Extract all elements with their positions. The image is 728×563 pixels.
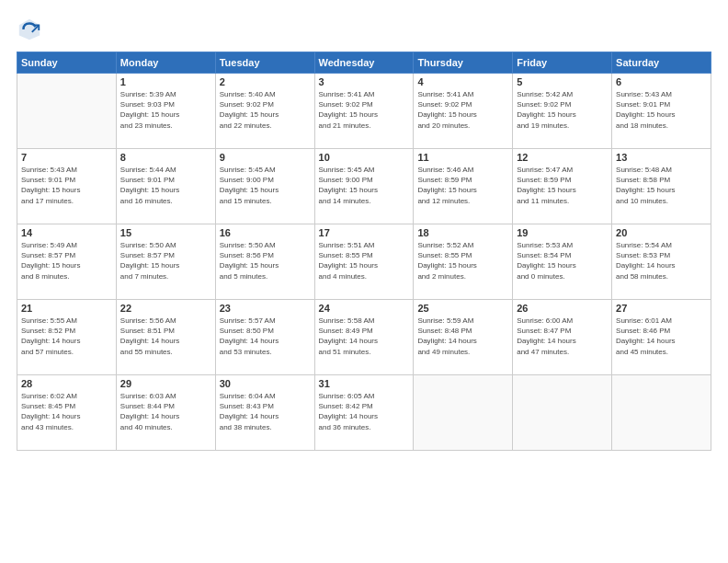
day-info: Sunrise: 5:39 AMSunset: 9:03 PMDaylight:… xyxy=(120,89,211,131)
day-number: 18 xyxy=(417,227,508,238)
calendar-cell: 25Sunrise: 5:59 AMSunset: 8:48 PMDayligh… xyxy=(414,300,513,375)
calendar-week-row: 21Sunrise: 5:55 AMSunset: 8:52 PMDayligh… xyxy=(17,300,711,375)
day-info: Sunrise: 6:05 AMSunset: 8:42 PMDaylight:… xyxy=(319,391,410,432)
calendar-cell: 12Sunrise: 5:47 AMSunset: 8:59 PMDayligh… xyxy=(513,149,612,224)
day-number: 7 xyxy=(21,152,112,163)
calendar-cell: 28Sunrise: 6:02 AMSunset: 8:45 PMDayligh… xyxy=(17,375,117,451)
day-info: Sunrise: 5:54 AMSunset: 8:53 PMDaylight:… xyxy=(616,240,707,282)
calendar-cell: 18Sunrise: 5:52 AMSunset: 8:55 PMDayligh… xyxy=(414,224,513,300)
calendar-cell: 19Sunrise: 5:53 AMSunset: 8:54 PMDayligh… xyxy=(513,224,612,300)
day-number: 5 xyxy=(517,76,608,87)
calendar-cell xyxy=(414,375,513,451)
calendar-cell: 23Sunrise: 5:57 AMSunset: 8:50 PMDayligh… xyxy=(215,300,314,375)
day-info: Sunrise: 5:40 AMSunset: 9:02 PMDaylight:… xyxy=(220,89,311,131)
day-info: Sunrise: 6:03 AMSunset: 8:44 PMDaylight:… xyxy=(120,391,211,432)
calendar-day-header: Tuesday xyxy=(215,52,314,74)
day-info: Sunrise: 5:42 AMSunset: 9:02 PMDaylight:… xyxy=(517,89,608,131)
calendar-cell: 27Sunrise: 6:01 AMSunset: 8:46 PMDayligh… xyxy=(612,300,711,375)
day-number: 22 xyxy=(120,303,211,314)
day-number: 2 xyxy=(220,76,311,87)
page: SundayMondayTuesdayWednesdayThursdayFrid… xyxy=(0,0,728,563)
calendar-cell: 20Sunrise: 5:54 AMSunset: 8:53 PMDayligh… xyxy=(612,224,711,300)
day-info: Sunrise: 5:58 AMSunset: 8:49 PMDaylight:… xyxy=(319,316,410,357)
day-info: Sunrise: 5:47 AMSunset: 8:59 PMDaylight:… xyxy=(517,165,608,206)
calendar-cell: 26Sunrise: 6:00 AMSunset: 8:47 PMDayligh… xyxy=(513,300,612,375)
calendar-cell xyxy=(612,375,711,451)
day-info: Sunrise: 5:50 AMSunset: 8:57 PMDaylight:… xyxy=(120,240,211,282)
day-number: 20 xyxy=(616,227,707,238)
day-number: 21 xyxy=(21,303,112,314)
calendar-cell: 17Sunrise: 5:51 AMSunset: 8:55 PMDayligh… xyxy=(314,224,414,300)
day-info: Sunrise: 5:41 AMSunset: 9:02 PMDaylight:… xyxy=(319,89,410,131)
calendar-cell: 2Sunrise: 5:40 AMSunset: 9:02 PMDaylight… xyxy=(215,74,314,149)
calendar-cell: 5Sunrise: 5:42 AMSunset: 9:02 PMDaylight… xyxy=(513,74,612,149)
calendar-cell: 3Sunrise: 5:41 AMSunset: 9:02 PMDaylight… xyxy=(314,74,414,149)
calendar-cell xyxy=(513,375,612,451)
header xyxy=(17,17,711,42)
calendar-cell: 6Sunrise: 5:43 AMSunset: 9:01 PMDaylight… xyxy=(612,74,711,149)
day-info: Sunrise: 5:55 AMSunset: 8:52 PMDaylight:… xyxy=(21,316,112,357)
calendar-cell: 10Sunrise: 5:45 AMSunset: 9:00 PMDayligh… xyxy=(314,149,414,224)
day-number: 27 xyxy=(616,303,707,314)
day-number: 12 xyxy=(517,152,608,163)
day-info: Sunrise: 6:04 AMSunset: 8:43 PMDaylight:… xyxy=(220,391,311,432)
logo xyxy=(17,17,46,42)
calendar-cell xyxy=(17,74,117,149)
day-info: Sunrise: 5:50 AMSunset: 8:56 PMDaylight:… xyxy=(220,240,311,282)
day-info: Sunrise: 6:02 AMSunset: 8:45 PMDaylight:… xyxy=(21,391,112,432)
calendar-cell: 4Sunrise: 5:41 AMSunset: 9:02 PMDaylight… xyxy=(414,74,513,149)
day-number: 13 xyxy=(616,152,707,163)
day-info: Sunrise: 5:41 AMSunset: 9:02 PMDaylight:… xyxy=(417,89,508,131)
calendar-cell: 16Sunrise: 5:50 AMSunset: 8:56 PMDayligh… xyxy=(215,224,314,300)
day-number: 23 xyxy=(220,303,311,314)
calendar-cell: 13Sunrise: 5:48 AMSunset: 8:58 PMDayligh… xyxy=(612,149,711,224)
day-number: 10 xyxy=(319,152,410,163)
day-info: Sunrise: 5:45 AMSunset: 9:00 PMDaylight:… xyxy=(220,165,311,206)
day-info: Sunrise: 5:43 AMSunset: 9:01 PMDaylight:… xyxy=(21,165,112,206)
calendar-cell: 11Sunrise: 5:46 AMSunset: 8:59 PMDayligh… xyxy=(414,149,513,224)
calendar-table: SundayMondayTuesdayWednesdayThursdayFrid… xyxy=(17,52,711,451)
day-number: 15 xyxy=(120,227,211,238)
day-info: Sunrise: 5:51 AMSunset: 8:55 PMDaylight:… xyxy=(319,240,410,282)
day-info: Sunrise: 5:46 AMSunset: 8:59 PMDaylight:… xyxy=(417,165,508,206)
day-number: 30 xyxy=(220,378,311,389)
calendar-day-header: Saturday xyxy=(612,52,711,74)
calendar-cell: 8Sunrise: 5:44 AMSunset: 9:01 PMDaylight… xyxy=(116,149,215,224)
day-info: Sunrise: 5:48 AMSunset: 8:58 PMDaylight:… xyxy=(616,165,707,206)
calendar-day-header: Sunday xyxy=(17,52,117,74)
day-info: Sunrise: 5:45 AMSunset: 9:00 PMDaylight:… xyxy=(319,165,410,206)
day-number: 8 xyxy=(120,152,211,163)
day-info: Sunrise: 5:53 AMSunset: 8:54 PMDaylight:… xyxy=(517,240,608,282)
day-info: Sunrise: 5:57 AMSunset: 8:50 PMDaylight:… xyxy=(220,316,311,357)
day-number: 1 xyxy=(120,76,211,87)
calendar-cell: 24Sunrise: 5:58 AMSunset: 8:49 PMDayligh… xyxy=(314,300,414,375)
calendar-day-header: Thursday xyxy=(414,52,513,74)
calendar-week-row: 7Sunrise: 5:43 AMSunset: 9:01 PMDaylight… xyxy=(17,149,711,224)
calendar-cell: 15Sunrise: 5:50 AMSunset: 8:57 PMDayligh… xyxy=(116,224,215,300)
day-number: 9 xyxy=(220,152,311,163)
calendar-cell: 22Sunrise: 5:56 AMSunset: 8:51 PMDayligh… xyxy=(116,300,215,375)
calendar-cell: 21Sunrise: 5:55 AMSunset: 8:52 PMDayligh… xyxy=(17,300,117,375)
calendar-cell: 7Sunrise: 5:43 AMSunset: 9:01 PMDaylight… xyxy=(17,149,117,224)
calendar-day-header: Monday xyxy=(116,52,215,74)
calendar-cell: 29Sunrise: 6:03 AMSunset: 8:44 PMDayligh… xyxy=(116,375,215,451)
calendar-header-row: SundayMondayTuesdayWednesdayThursdayFrid… xyxy=(17,52,711,74)
day-info: Sunrise: 5:56 AMSunset: 8:51 PMDaylight:… xyxy=(120,316,211,357)
calendar-cell: 9Sunrise: 5:45 AMSunset: 9:00 PMDaylight… xyxy=(215,149,314,224)
day-number: 24 xyxy=(319,303,410,314)
day-info: Sunrise: 5:44 AMSunset: 9:01 PMDaylight:… xyxy=(120,165,211,206)
day-number: 17 xyxy=(319,227,410,238)
calendar-cell: 30Sunrise: 6:04 AMSunset: 8:43 PMDayligh… xyxy=(215,375,314,451)
day-info: Sunrise: 6:00 AMSunset: 8:47 PMDaylight:… xyxy=(517,316,608,357)
calendar-week-row: 28Sunrise: 6:02 AMSunset: 8:45 PMDayligh… xyxy=(17,375,711,451)
calendar-cell: 14Sunrise: 5:49 AMSunset: 8:57 PMDayligh… xyxy=(17,224,117,300)
svg-marker-0 xyxy=(19,19,40,40)
day-number: 31 xyxy=(319,378,410,389)
day-info: Sunrise: 5:49 AMSunset: 8:57 PMDaylight:… xyxy=(21,240,112,282)
day-info: Sunrise: 5:59 AMSunset: 8:48 PMDaylight:… xyxy=(417,316,508,357)
day-info: Sunrise: 5:52 AMSunset: 8:55 PMDaylight:… xyxy=(417,240,508,282)
day-info: Sunrise: 6:01 AMSunset: 8:46 PMDaylight:… xyxy=(616,316,707,357)
day-number: 3 xyxy=(319,76,410,87)
day-number: 11 xyxy=(417,152,508,163)
logo-icon xyxy=(17,17,42,42)
